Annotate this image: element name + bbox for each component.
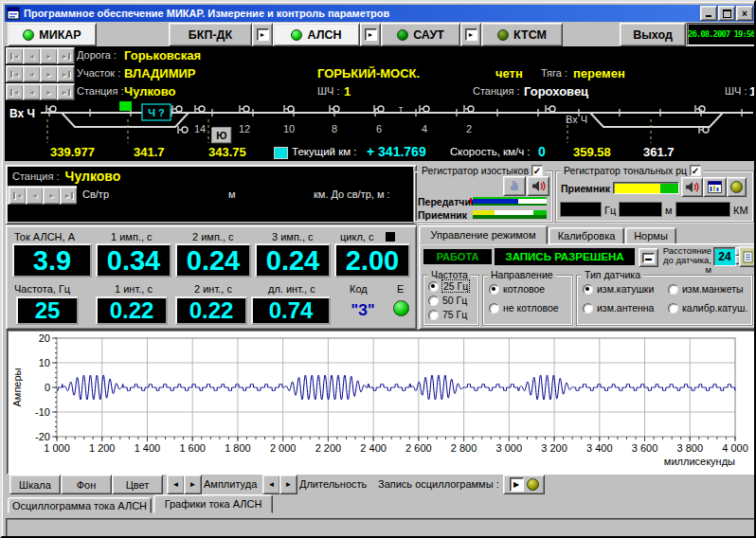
e-header: Е xyxy=(397,283,404,295)
alsn-button[interactable]: АЛСН xyxy=(273,23,360,46)
station-prev-button[interactable]: ◄ xyxy=(23,83,41,100)
control-panel: Управление режимом Калибровка Нормы РАБО… xyxy=(419,225,754,328)
exit-button[interactable]: Выход xyxy=(620,23,686,46)
amplitude-increase-button[interactable]: ► xyxy=(184,475,202,494)
speed-value: 0 xyxy=(538,144,546,159)
imp3-display: 0.24 xyxy=(255,243,331,278)
tonal-receiver-label: Приемник xyxy=(561,183,610,194)
color-button[interactable]: Цвет xyxy=(112,475,163,494)
duration-decrease-button[interactable]: ◄ xyxy=(262,475,280,494)
sensor-antenna-radio[interactable]: изм.антенна xyxy=(583,302,654,314)
road-next-button[interactable]: ► xyxy=(40,47,58,64)
hz-unit-label: Гц xyxy=(604,205,616,216)
km-mark: 359.58 xyxy=(573,145,611,159)
signal-number: 8 xyxy=(332,123,337,134)
station-panel-value: Чулково xyxy=(65,169,121,184)
km-unit-label: КМ xyxy=(733,205,748,216)
registrar-iso-checkbox[interactable]: ✓ xyxy=(531,165,543,176)
signal-next-button[interactable]: ► xyxy=(43,187,61,205)
tonal-sound-button[interactable] xyxy=(681,177,703,197)
bkp-dk-button[interactable]: БКП-ДК xyxy=(169,23,252,46)
dir-not-boiler-radio[interactable]: не котловое xyxy=(489,302,559,314)
freq-display: 25 xyxy=(16,296,79,325)
signal-icon xyxy=(172,105,182,113)
sensor-cuffs-radio[interactable]: изм.манжеты xyxy=(668,283,744,295)
alsn-led xyxy=(291,29,302,41)
iso-receiver-label: Приемник xyxy=(418,209,467,221)
registrar-tonal-checkbox[interactable]: ✓ xyxy=(690,165,701,176)
saut-led xyxy=(397,29,408,41)
tab-oscillogram-alsn[interactable]: Осциллограмма тока АЛСН xyxy=(8,497,152,513)
ktsm-led xyxy=(497,29,509,41)
section-last-button[interactable]: ► xyxy=(57,65,75,82)
signal-last-button[interactable]: ► xyxy=(60,187,78,205)
alsn-expand-button[interactable]: ► xyxy=(360,23,381,46)
iso-sound-button[interactable] xyxy=(527,176,549,196)
signal-prev-button[interactable]: ◄ xyxy=(26,187,44,205)
maximize-button[interactable] xyxy=(718,6,735,21)
station2-value: Гороховец xyxy=(524,84,588,99)
sensor-coils-radio[interactable]: изм.катушки xyxy=(583,283,654,295)
tab-graphs-alsn[interactable]: Графики тока АЛСН xyxy=(153,494,273,513)
close-button[interactable]: × xyxy=(736,6,753,21)
scale-button[interactable]: Шкала xyxy=(9,475,61,494)
signal-first-button[interactable]: ◄ xyxy=(9,187,27,205)
svg-text:-10: -10 xyxy=(35,406,50,418)
t-mark: т xyxy=(399,104,404,115)
freq-75-radio[interactable]: 75 Гц xyxy=(428,309,467,320)
datetime-display: 26.08.2007 19:56:30 xyxy=(687,23,756,45)
tonal-m-field xyxy=(619,202,662,217)
radio-icon xyxy=(428,281,439,292)
tonal-led-button[interactable] xyxy=(727,177,747,197)
road-first-button[interactable]: ◄ xyxy=(6,47,24,64)
freq-25-radio[interactable]: 25 Гц xyxy=(428,280,469,292)
transmitter-marker xyxy=(470,198,472,204)
window-title: Программное обеспечение МИКАР. Измерение… xyxy=(24,8,699,19)
signal-icon xyxy=(546,105,555,113)
current-waveform xyxy=(57,375,735,400)
section-next-button[interactable]: ► xyxy=(40,65,58,82)
section-prev-button[interactable]: ◄ xyxy=(23,65,41,82)
equals-button[interactable]: ▬ xyxy=(639,248,658,267)
radio-icon xyxy=(668,303,678,314)
current-display: 3.9 xyxy=(12,243,92,278)
amplitude-decrease-button[interactable]: ◄ xyxy=(167,475,185,494)
dir-boiler-radio[interactable]: котловое xyxy=(489,283,545,295)
view-tabs: Осциллограмма тока АЛСН Графики тока АЛС… xyxy=(5,494,755,514)
background-button[interactable]: Фон xyxy=(61,475,112,494)
imp3-header: 3 имп., с xyxy=(272,231,314,242)
station-first-button[interactable]: ◄ xyxy=(6,83,24,100)
maximize-icon xyxy=(723,9,731,18)
mode-status-text: РАБОТА xyxy=(437,251,479,262)
expand-arrow-icon: ► xyxy=(257,28,269,41)
signal-number: 6 xyxy=(376,123,382,134)
station-last-button[interactable]: ► xyxy=(57,83,75,100)
saut-expand-button[interactable]: ► xyxy=(460,23,481,46)
section-first-button[interactable]: ◄ xyxy=(6,65,24,82)
report-button[interactable] xyxy=(739,246,756,267)
signal-list-area[interactable] xyxy=(8,205,413,222)
road-last-button[interactable]: ► xyxy=(57,47,75,64)
play-button[interactable]: ▶ xyxy=(510,477,524,492)
sensor-calib-coil-radio[interactable]: калибр.катуш. xyxy=(668,302,747,314)
road-prev-button[interactable]: ◄ xyxy=(23,47,41,64)
tab-calibration[interactable]: Калибровка xyxy=(549,227,624,244)
svg-text:10: 10 xyxy=(39,357,50,368)
frequency-group: Частота 25 Гц 50 Гц 75 Гц xyxy=(423,275,479,326)
signal-icon xyxy=(178,126,188,134)
ktsm-button[interactable]: КТСМ xyxy=(481,23,563,46)
tab-norms[interactable]: Нормы xyxy=(625,227,676,244)
mikar-button[interactable]: МИКАР xyxy=(8,23,97,46)
iso-hand-button[interactable] xyxy=(503,176,526,196)
duration-increase-button[interactable]: ► xyxy=(279,475,297,494)
distance-input[interactable]: 24 xyxy=(713,247,736,266)
bkp-dk-expand-button[interactable]: ► xyxy=(252,23,273,46)
tonal-chart-button[interactable] xyxy=(703,177,727,197)
track-section: Вх ЧЧ ?1412108642тВх ЧЮ 339.977 341.7 34… xyxy=(5,100,755,161)
tab-mode-control[interactable]: Управление режимом xyxy=(419,225,548,244)
svg-text:3 600: 3 600 xyxy=(632,442,658,454)
saut-button[interactable]: САУТ xyxy=(381,23,460,46)
minimize-button[interactable] xyxy=(700,6,717,21)
freq-50-radio[interactable]: 50 Гц xyxy=(428,295,467,306)
station-next-button[interactable]: ► xyxy=(40,83,58,100)
